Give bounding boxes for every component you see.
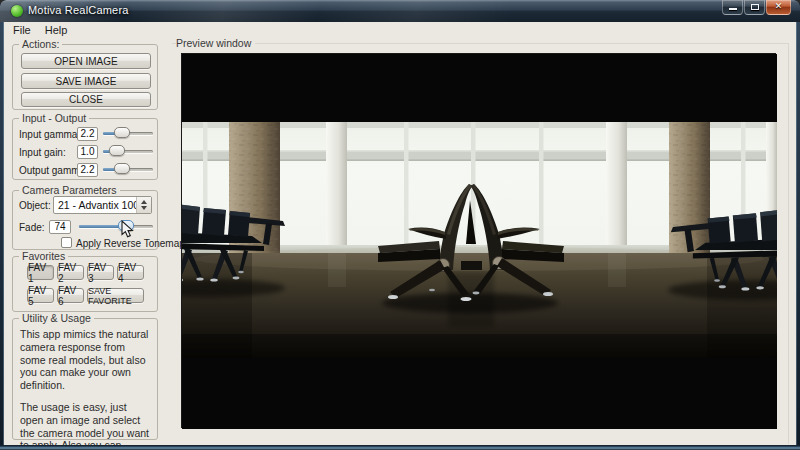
maximize-icon bbox=[751, 4, 759, 10]
fade-slider[interactable] bbox=[79, 220, 153, 232]
object-select-value: 21 - Advantix 100 bbox=[54, 197, 136, 213]
usage-text: This app mimics the natural camera respo… bbox=[20, 328, 152, 450]
input-gain-label: Input gain: bbox=[19, 147, 66, 158]
fav-4-button[interactable]: FAV 4 bbox=[117, 265, 144, 280]
input-gain-slider[interactable] bbox=[103, 145, 153, 157]
close-button[interactable]: ✕ bbox=[766, 0, 791, 15]
open-image-button[interactable]: OPEN IMAGE bbox=[21, 53, 151, 69]
input-output-group: Input - Output Input gamma: 2.2 Input ga… bbox=[12, 118, 158, 180]
usage-paragraph-2: The usage is easy, just open an image an… bbox=[20, 401, 152, 450]
fav-6-button[interactable]: FAV 6 bbox=[57, 288, 84, 303]
fade-label: Fade: bbox=[19, 222, 45, 233]
favorites-group-label: Favorites bbox=[19, 250, 68, 262]
preview-image bbox=[182, 54, 777, 429]
fav-5-button[interactable]: FAV 5 bbox=[27, 288, 54, 303]
save-favorite-button[interactable]: SAVE FAVORITE bbox=[87, 288, 144, 303]
close-icon: ✕ bbox=[767, 1, 790, 11]
usage-paragraph-1: This app mimics the natural camera respo… bbox=[20, 328, 152, 392]
window-frame-right bbox=[796, 22, 800, 445]
actions-group-label: Actions: bbox=[19, 38, 62, 50]
usage-group: Utility & Usage This app mimics the natu… bbox=[12, 318, 158, 440]
object-select[interactable]: 21 - Advantix 100 bbox=[53, 196, 152, 214]
actions-group: Actions: OPEN IMAGE SAVE IMAGE CLOSE bbox=[12, 44, 158, 110]
camera-parameters-group-label: Camera Parameters bbox=[19, 184, 120, 196]
fade-value[interactable]: 74 bbox=[49, 220, 71, 234]
fav-2-button[interactable]: FAV 2 bbox=[57, 265, 84, 280]
app-window: Motiva RealCamera ✕ File Help Actions: O… bbox=[0, 0, 800, 450]
reverse-tonemap-label: Apply Reverse Tonemap bbox=[76, 238, 185, 249]
fav-3-button[interactable]: FAV 3 bbox=[87, 265, 114, 280]
client-area: File Help Actions: OPEN IMAGE SAVE IMAGE… bbox=[4, 22, 796, 445]
spinner-up-icon bbox=[141, 200, 147, 204]
input-gain-value[interactable]: 1.0 bbox=[77, 145, 98, 159]
reverse-tonemap-checkbox[interactable] bbox=[61, 237, 72, 248]
slider-handle[interactable] bbox=[109, 145, 125, 156]
usage-group-label: Utility & Usage bbox=[19, 312, 94, 324]
favorites-group: Favorites FAV 1 FAV 2 FAV 3 FAV 4 FAV 5 … bbox=[12, 256, 158, 312]
input-gamma-slider[interactable] bbox=[103, 127, 153, 139]
fav-1-button[interactable]: FAV 1 bbox=[27, 265, 54, 280]
window-frame-bottom bbox=[0, 445, 800, 450]
menu-file[interactable]: File bbox=[6, 22, 38, 39]
spinner-down-icon bbox=[141, 206, 147, 210]
slider-handle[interactable] bbox=[114, 163, 130, 174]
object-label: Object: bbox=[19, 200, 51, 211]
maximize-button[interactable] bbox=[744, 0, 765, 15]
window-title: Motiva RealCamera bbox=[28, 4, 129, 16]
close-app-button[interactable]: CLOSE bbox=[21, 92, 151, 107]
input-gamma-value[interactable]: 2.2 bbox=[77, 127, 98, 141]
menu-help[interactable]: Help bbox=[38, 22, 75, 39]
mouse-cursor-icon bbox=[121, 220, 134, 239]
menu-bar: File Help bbox=[6, 22, 74, 39]
title-bar[interactable]: Motiva RealCamera ✕ bbox=[0, 0, 800, 22]
app-icon bbox=[11, 5, 23, 17]
preview-window-label: Preview window bbox=[176, 37, 255, 49]
preview-box bbox=[181, 53, 776, 428]
input-output-group-label: Input - Output bbox=[19, 112, 89, 124]
minimize-icon bbox=[729, 8, 737, 10]
minimize-button[interactable] bbox=[722, 0, 743, 15]
camera-parameters-group: Camera Parameters Object: 21 - Advantix … bbox=[12, 190, 158, 250]
output-gamma-value[interactable]: 2.2 bbox=[77, 163, 98, 177]
window-controls: ✕ bbox=[722, 0, 791, 15]
object-spinner[interactable] bbox=[136, 197, 151, 213]
window-frame-left bbox=[0, 22, 4, 445]
slider-handle[interactable] bbox=[114, 127, 130, 138]
input-gamma-label: Input gamma: bbox=[19, 129, 80, 140]
output-gamma-slider[interactable] bbox=[103, 163, 153, 175]
save-image-button[interactable]: SAVE IMAGE bbox=[21, 73, 151, 89]
